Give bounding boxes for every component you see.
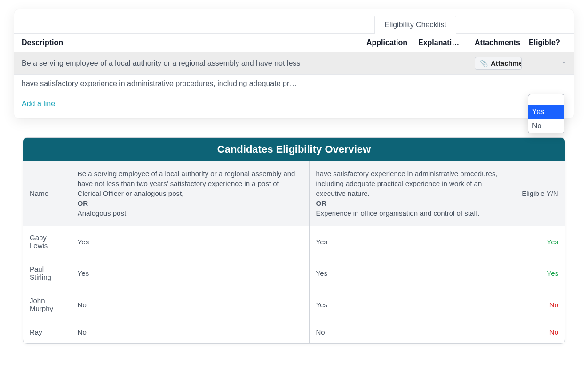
eligible-value: Yes — [547, 269, 558, 277]
checklist-row[interactable]: have satisfactory experience in administ… — [14, 75, 574, 93]
checklist-row[interactable]: Be a serving employee of a local authori… — [14, 52, 574, 75]
attachments-button[interactable]: 📎 Attachme — [475, 57, 522, 70]
header-description: Description — [22, 39, 366, 47]
overview-header-criterion-1: Be a serving employee of a local authori… — [71, 161, 309, 226]
dropdown-option-no[interactable]: No — [528, 119, 564, 133]
eligible-value: No — [549, 301, 558, 309]
overview-table: Name Be a serving employee of a local au… — [23, 161, 565, 343]
criterion2-value: Yes — [309, 289, 515, 320]
criterion2-value: No — [309, 320, 515, 344]
eligible-dropdown: Yes No — [528, 94, 564, 133]
paperclip-icon: 📎 — [480, 60, 488, 67]
eligible-dropdown-trigger[interactable]: ▼ — [529, 58, 566, 69]
add-line-button[interactable]: Add a line — [14, 93, 574, 118]
eligible-value: Yes — [547, 238, 558, 246]
criterion1-value: Yes — [71, 257, 309, 289]
criterion2-value: Yes — [309, 257, 515, 289]
row-attachments-cell: 📎 Attachme — [475, 57, 529, 70]
checklist-header-row: Description Application Explanati… Attac… — [14, 34, 574, 52]
criterion1-value: Yes — [71, 226, 309, 257]
tab-strip: Eligibility Checklist — [14, 9, 574, 34]
overview-title: Candidates Eligibility Overview — [23, 138, 565, 161]
overview-row: Paul Stirling Yes Yes Yes — [23, 257, 565, 289]
candidate-name: Ray — [23, 320, 71, 344]
dropdown-option-yes[interactable]: Yes — [528, 105, 564, 119]
overview-row: John Murphy No Yes No — [23, 289, 565, 320]
eligibility-checklist-panel: Eligibility Checklist Description Applic… — [14, 9, 574, 118]
criterion2-alt: Experience in office organisation and co… — [316, 209, 480, 217]
candidate-name: Gaby Lewis — [23, 226, 71, 257]
header-explanation: Explanati… — [418, 39, 475, 47]
dropdown-option-blank[interactable] — [528, 94, 564, 105]
row-description: Be a serving employee of a local authori… — [22, 59, 366, 68]
overview-header-criterion-2: have satisfactory experience in administ… — [309, 161, 515, 226]
overview-header-name: Name — [23, 161, 71, 226]
overview-row: Gaby Lewis Yes Yes Yes — [23, 226, 565, 257]
criterion2-text: have satisfactory experience in administ… — [316, 170, 498, 197]
tab-eligibility-checklist[interactable]: Eligibility Checklist — [374, 16, 456, 34]
row-description: have satisfactory experience in administ… — [22, 79, 366, 88]
overview-panel: Candidates Eligibility Overview Name Be … — [23, 137, 565, 344]
criterion1-value: No — [71, 320, 309, 344]
criterion1-alt: Analogous post — [78, 209, 126, 217]
criterion1-text: Be a serving employee of a local authori… — [78, 170, 295, 197]
criterion2-or: OR — [316, 199, 327, 207]
overview-header-eligible: Eligible Y/N — [515, 161, 565, 226]
attachments-button-label: Attachme — [491, 59, 522, 67]
chevron-down-icon: ▼ — [562, 60, 566, 65]
candidate-name: John Murphy — [23, 289, 71, 320]
header-application: Application — [366, 39, 418, 47]
criterion1-value: No — [71, 289, 309, 320]
overview-header-row: Name Be a serving employee of a local au… — [23, 161, 565, 226]
criterion2-value: Yes — [309, 226, 515, 257]
header-attachments: Attachments — [475, 39, 529, 47]
eligible-value: No — [549, 328, 558, 336]
criterion1-or: OR — [78, 199, 88, 207]
candidate-name: Paul Stirling — [23, 257, 71, 289]
header-eligible: Eligible? — [529, 39, 566, 47]
row-eligible-cell: ▼ — [529, 58, 566, 69]
overview-row: Ray No No No — [23, 320, 565, 344]
